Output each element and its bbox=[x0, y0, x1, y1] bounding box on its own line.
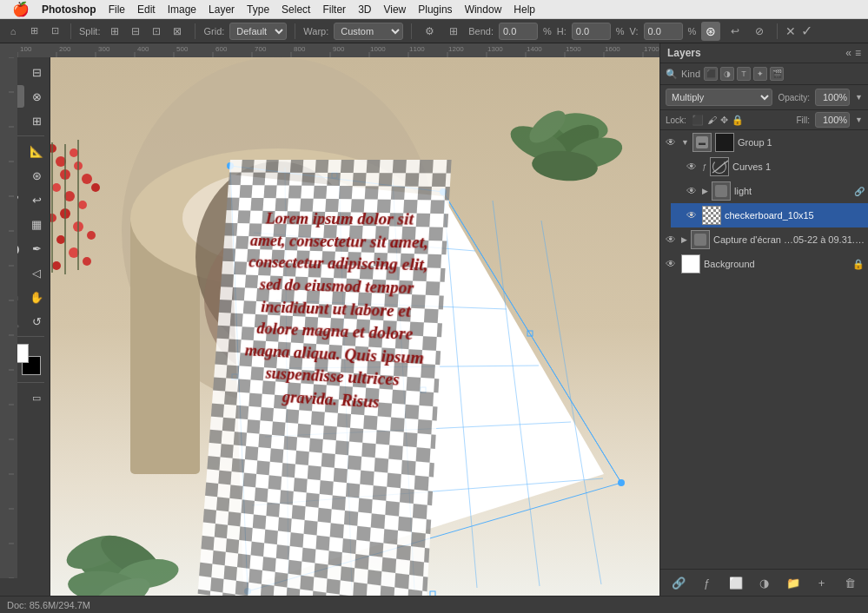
split-buttons: ⊞ ⊟ ⊡ ⊠ bbox=[105, 22, 187, 41]
add-mask-btn[interactable]: ⬜ bbox=[726, 573, 745, 592]
filter-smart-btn[interactable]: 🎬 bbox=[770, 67, 784, 81]
layer-group1[interactable]: 👁 ▼ ▬ Group 1 bbox=[660, 130, 868, 155]
lock-all-btn[interactable]: 🔒 bbox=[732, 115, 744, 126]
ruler-horizontal: 100 200 300 400 500 600 700 800 900 1000… bbox=[17, 43, 659, 57]
opacity-input[interactable] bbox=[815, 89, 850, 106]
layer-name-curves1: Curves 1 bbox=[732, 161, 865, 172]
warp-mode-icon[interactable]: ⊛ bbox=[701, 22, 720, 41]
layer-visibility-curves1[interactable]: 👁 bbox=[685, 160, 699, 174]
layer-thumb-group1: ▬ bbox=[692, 133, 712, 152]
layer-curves1[interactable]: 👁 ƒ Curves 1 bbox=[671, 155, 868, 179]
layer-visibility-bg[interactable]: 👁 bbox=[664, 257, 678, 271]
delete-layer-btn[interactable]: 🗑 bbox=[841, 573, 860, 592]
screen-mode-btn[interactable]: ▭ bbox=[25, 386, 48, 409]
filter-type-btn[interactable]: T bbox=[737, 67, 751, 81]
v-input[interactable] bbox=[644, 23, 683, 40]
gradient-tool[interactable]: ▦ bbox=[25, 213, 48, 235]
warp-settings-icon[interactable]: ⚙ bbox=[420, 22, 439, 41]
menu-image[interactable]: Image bbox=[162, 2, 202, 17]
confirm-transform-btn[interactable]: ✓ bbox=[801, 23, 812, 39]
cancel-transform-btn[interactable]: ✕ bbox=[785, 24, 796, 38]
artboard-tool[interactable]: ⊟ bbox=[25, 61, 48, 83]
bend-input[interactable] bbox=[499, 23, 538, 40]
undo-icon[interactable]: ↩ bbox=[726, 22, 745, 41]
new-layer-btn[interactable]: + bbox=[812, 573, 832, 592]
grid-select[interactable]: Default Custom bbox=[229, 23, 287, 40]
svg-text:100: 100 bbox=[20, 45, 32, 53]
split-h-btn[interactable]: ⊟ bbox=[126, 22, 145, 41]
menu-3d[interactable]: 3D bbox=[353, 2, 376, 17]
hand-tool[interactable]: ✋ bbox=[25, 286, 48, 308]
layer-expand-group1[interactable]: ▼ bbox=[681, 138, 689, 147]
layer-thumb-bg bbox=[681, 254, 700, 274]
warp-mesh-icon[interactable]: ⊞ bbox=[444, 22, 463, 41]
layer-link-light: 🔗 bbox=[854, 187, 865, 196]
layer-checkerboard[interactable]: 👁 checkerboard_10x15 bbox=[671, 203, 868, 227]
layer-expand-capture[interactable]: ▶ bbox=[681, 235, 687, 244]
menu-select[interactable]: Select bbox=[276, 2, 315, 17]
menu-file[interactable]: File bbox=[103, 2, 130, 17]
fill-input[interactable] bbox=[815, 112, 850, 128]
history-brush-tool[interactable]: ↩ bbox=[25, 188, 48, 211]
pen-tool[interactable]: ✒ bbox=[25, 237, 48, 260]
svg-text:200: 200 bbox=[59, 45, 71, 53]
link-layers-btn[interactable]: 🔗 bbox=[669, 573, 688, 592]
ruler-measure-tool[interactable]: 📐 bbox=[25, 140, 48, 162]
layer-visibility-light[interactable]: 👁 bbox=[685, 184, 699, 198]
stamp-tool[interactable]: ⊛ bbox=[25, 164, 48, 187]
menu-type[interactable]: Type bbox=[242, 2, 275, 17]
add-style-btn[interactable]: ƒ bbox=[698, 573, 717, 592]
layer-light[interactable]: 👁 ▶ light 🔗 bbox=[671, 179, 868, 203]
menu-filter[interactable]: Filter bbox=[317, 2, 351, 17]
filter-adj-btn[interactable]: ◑ bbox=[720, 67, 734, 81]
lasso-tool[interactable]: ⊗ bbox=[25, 85, 48, 108]
layer-thumb-capture bbox=[691, 230, 710, 249]
canvas: Lorem ipsum dolor sit amet, consectetur … bbox=[17, 57, 659, 596]
layers-panel: Layers « ≡ 🔍 Kind ⬛ ◑ T ✦ 🎬 Multiply Nor… bbox=[659, 43, 868, 596]
layer-visibility-group1[interactable]: 👁 bbox=[664, 135, 678, 149]
kind-label: Kind bbox=[681, 69, 700, 79]
blend-mode-select[interactable]: Multiply Normal Screen Overlay bbox=[666, 89, 772, 106]
new-group-btn[interactable]: 📁 bbox=[784, 573, 803, 592]
svg-point-79 bbox=[52, 183, 61, 192]
warp-select[interactable]: Custom Arc Flag bbox=[334, 23, 403, 40]
menu-plugins[interactable]: Plugins bbox=[413, 2, 457, 17]
layer-capture[interactable]: 👁 ▶ Capture d'écran …05-22 à 09.31.55 bbox=[660, 227, 868, 252]
rotate-view-tool[interactable]: ↺ bbox=[25, 310, 48, 333]
crop-tool[interactable]: ⊞ bbox=[25, 109, 48, 132]
divider3 bbox=[295, 23, 295, 39]
menu-edit[interactable]: Edit bbox=[132, 2, 161, 17]
filter-shape-btn[interactable]: ✦ bbox=[753, 67, 767, 81]
layer-background[interactable]: 👁 Background 🔒 bbox=[660, 252, 868, 276]
layer-visibility-checker[interactable]: 👁 bbox=[685, 208, 699, 222]
fill-arrow[interactable]: ▼ bbox=[855, 115, 863, 124]
lock-image-btn[interactable]: 🖌 bbox=[707, 115, 717, 126]
path-selection-tool[interactable]: ◁ bbox=[25, 261, 48, 284]
transform-icon[interactable]: ⊡ bbox=[47, 23, 63, 39]
apple-menu[interactable]: 🍎 bbox=[7, 0, 35, 19]
panel-collapse-icon[interactable]: « bbox=[845, 47, 851, 59]
redo-icon[interactable]: ⊘ bbox=[750, 22, 769, 41]
home-icon[interactable]: ⌂ bbox=[5, 23, 21, 39]
layer-expand-light[interactable]: ▶ bbox=[702, 187, 708, 195]
filter-pixel-btn[interactable]: ⬛ bbox=[704, 67, 718, 81]
panel-menu-icon[interactable]: ≡ bbox=[855, 47, 861, 59]
menu-view[interactable]: View bbox=[378, 2, 411, 17]
split-v-btn[interactable]: ⊡ bbox=[147, 22, 166, 41]
new-fill-btn[interactable]: ◑ bbox=[755, 573, 774, 592]
layer-visibility-capture[interactable]: 👁 bbox=[664, 233, 678, 247]
h-input[interactable] bbox=[572, 23, 611, 40]
svg-point-87 bbox=[69, 247, 79, 258]
grid-options-icon[interactable]: ⊞ bbox=[26, 23, 42, 39]
options-bar: ⌂ ⊞ ⊡ Split: ⊞ ⊟ ⊡ ⊠ Grid: Default Custo… bbox=[0, 19, 868, 43]
split-cross-btn[interactable]: ⊠ bbox=[168, 22, 187, 41]
ruler-corner bbox=[0, 43, 17, 57]
menu-window[interactable]: Window bbox=[460, 2, 507, 17]
menu-help[interactable]: Help bbox=[508, 2, 540, 17]
lock-position-btn[interactable]: ✥ bbox=[720, 115, 728, 126]
split-none-btn[interactable]: ⊞ bbox=[105, 22, 124, 41]
menu-layer[interactable]: Layer bbox=[203, 2, 240, 17]
layer-name-capture: Capture d'écran …05-22 à 09.31.55 bbox=[713, 234, 865, 245]
lock-transparent-btn[interactable]: ⬛ bbox=[692, 115, 704, 126]
opacity-arrow[interactable]: ▼ bbox=[855, 93, 863, 102]
